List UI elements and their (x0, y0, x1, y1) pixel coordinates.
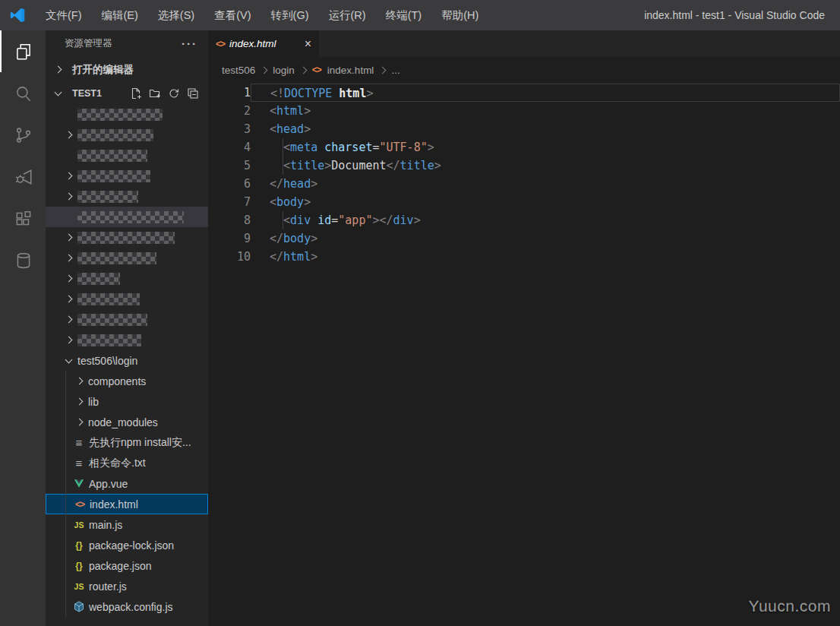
menu-go[interactable]: 转到(G) (261, 0, 319, 30)
code-lines[interactable]: 1<!DOCTYPE html>2<html>3<head>4 <meta ch… (208, 83, 840, 626)
menu-file[interactable]: 文件(F) (36, 0, 92, 30)
code-line[interactable]: 7<body> (208, 193, 840, 211)
chevron-right-icon (73, 378, 85, 384)
source-control-icon[interactable] (0, 114, 46, 156)
webpack-icon (73, 601, 85, 612)
code-text: <meta charset="UTF-8"> (251, 138, 840, 156)
censored-tree-item[interactable] (46, 289, 208, 309)
tree-item-label: App.vue (89, 478, 128, 490)
file-item[interactable]: ≡相关命令.txt (46, 453, 208, 473)
code-line[interactable]: 8 <div id="app"></div> (208, 211, 840, 229)
new-folder-icon[interactable] (149, 87, 161, 100)
close-tab-icon[interactable]: × (305, 38, 311, 50)
workspace-label: TEST1 (72, 88, 102, 99)
code-text: </head> (251, 175, 840, 193)
search-icon[interactable] (0, 72, 46, 114)
open-editors-section[interactable]: 打开的编辑器 (46, 57, 208, 82)
breadcrumb-file[interactable]: index.html (327, 65, 374, 76)
code-line[interactable]: 2<html> (208, 102, 840, 120)
censored-tree-item[interactable] (46, 268, 208, 289)
censored-tree-item[interactable] (46, 145, 208, 166)
refresh-explorer-icon[interactable] (168, 87, 180, 100)
line-number: 7 (208, 193, 251, 211)
html-file-icon: <> (312, 65, 321, 75)
menu-terminal[interactable]: 终端(T) (376, 0, 432, 30)
tree-item-label: lib (88, 396, 99, 408)
file-item[interactable]: JSrouter.js (46, 576, 208, 596)
tree-item-label: webpack.config.js (89, 601, 173, 613)
text-file-icon: ≡ (73, 436, 85, 449)
code-line[interactable]: 9</body> (208, 229, 840, 248)
censored-tree-item[interactable] (46, 227, 208, 248)
chevron-right-icon (52, 67, 64, 72)
breadcrumb-folder[interactable]: login (273, 65, 295, 76)
more-actions-icon[interactable]: ··· (182, 37, 197, 50)
tree-item-label: components (88, 375, 146, 387)
sidebar-title: 资源管理器 (65, 37, 112, 50)
code-text: <title>Document</title> (251, 156, 840, 175)
run-and-debug-icon[interactable] (0, 156, 46, 198)
code-line[interactable]: 6</head> (208, 175, 840, 193)
tree-item-label: node_modules (88, 416, 158, 428)
code-text: <!DOCTYPE html> (251, 84, 840, 102)
new-file-icon[interactable] (130, 87, 142, 100)
activity-bar (0, 30, 46, 626)
chevron-right-icon (62, 132, 74, 138)
censored-label (77, 150, 147, 162)
json-icon: {} (73, 540, 85, 551)
chevron-right-icon (62, 235, 74, 240)
tab-index-html[interactable]: <> index.html × (208, 30, 319, 57)
file-item[interactable]: {}package-lock.json (46, 535, 208, 555)
censored-label (77, 109, 163, 121)
collapse-folders-icon[interactable] (187, 87, 199, 100)
file-item[interactable]: JSmain.js (46, 514, 208, 535)
menu-selection[interactable]: 选择(S) (148, 0, 204, 30)
breadcrumb-folder[interactable]: test506 (222, 65, 255, 76)
censored-tree-item[interactable] (46, 125, 208, 145)
code-text: <body> (251, 193, 840, 211)
chevron-down-icon (52, 92, 64, 95)
censored-tree-item[interactable] (46, 186, 208, 207)
file-item[interactable]: <>index.html (46, 494, 208, 514)
chevron-down-icon (62, 359, 74, 362)
folder-item[interactable]: lib (46, 391, 208, 412)
tree-indent-guide (65, 371, 66, 617)
vue-icon (73, 479, 85, 488)
folder-item[interactable]: node_modules (46, 412, 208, 432)
chevron-right-icon (62, 255, 74, 261)
censored-tree-item[interactable] (46, 207, 208, 227)
code-line[interactable]: 3<head> (208, 120, 840, 138)
line-number: 8 (208, 211, 251, 229)
code-line[interactable]: 10</html> (208, 248, 840, 266)
code-line[interactable]: 1<!DOCTYPE html> (208, 84, 840, 102)
extensions-icon[interactable] (0, 198, 46, 239)
database-icon[interactable] (0, 239, 46, 281)
menu-help[interactable]: 帮助(H) (431, 0, 488, 30)
line-number: 2 (208, 102, 251, 120)
folder-item[interactable]: test506\login (46, 350, 208, 371)
censored-tree-item[interactable] (46, 330, 208, 350)
tree-item-label: test506\login (77, 355, 137, 367)
file-item[interactable]: ≡先执行npm install安... (46, 432, 208, 453)
file-item[interactable]: {}package.json (46, 555, 208, 576)
code-line[interactable]: 5 <title>Document</title> (208, 156, 840, 175)
explorer-icon[interactable] (0, 30, 46, 72)
tree-item-label: main.js (89, 519, 122, 531)
censored-tree-item[interactable] (46, 248, 208, 268)
vscode-logo-icon (9, 7, 26, 24)
file-item[interactable]: App.vue (46, 473, 208, 494)
censored-tree-item[interactable] (46, 166, 208, 186)
menu-view[interactable]: 查看(V) (204, 0, 261, 30)
tree-item-label: 相关命令.txt (89, 457, 146, 470)
code-line[interactable]: 4 <meta charset="UTF-8"> (208, 138, 840, 156)
menu-run[interactable]: 运行(R) (318, 0, 375, 30)
file-item[interactable]: webpack.config.js (46, 596, 208, 617)
code-text: <html> (251, 102, 840, 120)
censored-tree-item[interactable] (46, 309, 208, 330)
breadcrumb-symbol[interactable]: ... (391, 65, 399, 76)
censored-tree-item[interactable] (46, 104, 208, 125)
workspace-section[interactable]: TEST1 (46, 82, 208, 104)
menu-edit[interactable]: 编辑(E) (92, 0, 148, 30)
folder-item[interactable]: components (46, 371, 208, 391)
line-number: 4 (208, 138, 251, 156)
